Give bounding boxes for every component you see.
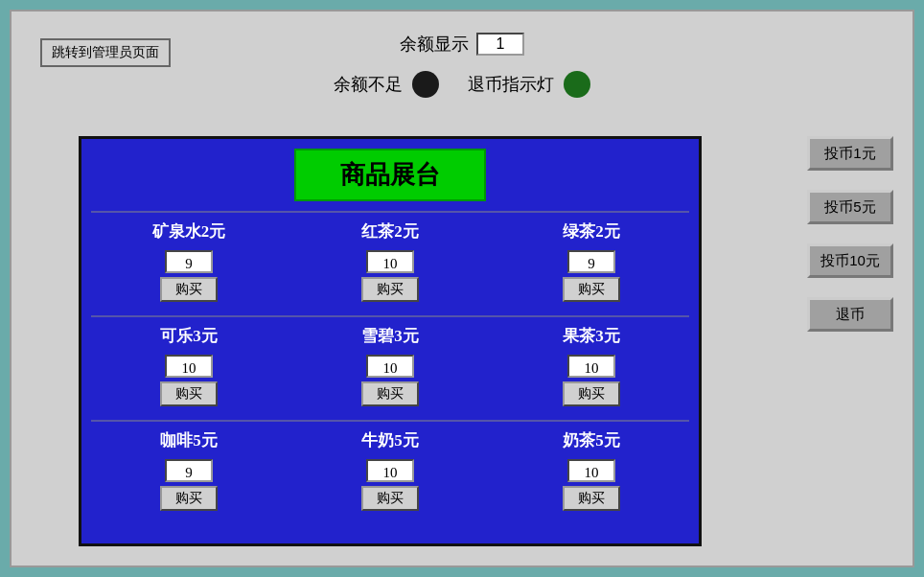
product-stock-2-2: 10 <box>567 459 615 482</box>
balance-label: 余额显示 <box>400 33 469 56</box>
coin-return-indicator: 退币指示灯 <box>468 71 590 98</box>
coin5-button[interactable]: 投币5元 <box>807 190 893 224</box>
product-name-0-1: 红茶2元 <box>361 220 419 242</box>
product-name-1-2: 果茶3元 <box>563 325 620 347</box>
product-cell-0-2: 绿茶2元9购买 <box>494 220 689 310</box>
buy-button-2-1[interactable]: 购买 <box>361 486 419 511</box>
product-stock-1-1: 10 <box>366 355 414 378</box>
buy-button-0-0[interactable]: 购买 <box>160 277 218 302</box>
product-row-0: 矿泉水2元9购买红茶2元10购买绿茶2元9购买 <box>91 211 689 310</box>
coin-return-label: 退币指示灯 <box>468 73 554 96</box>
product-row-2: 咖啡5元9购买牛奶5元10购买奶茶5元10购买 <box>91 420 689 519</box>
product-cell-1-0: 可乐3元10购买 <box>91 325 287 414</box>
product-cell-0-0: 矿泉水2元9购买 <box>91 220 287 310</box>
buy-button-2-0[interactable]: 购买 <box>160 486 218 511</box>
buy-button-1-2[interactable]: 购买 <box>563 381 620 406</box>
product-cell-2-2: 奶茶5元10购买 <box>494 429 689 519</box>
outer-frame: 跳转到管理员页面 余额显示 余额不足 退币指示灯 商品展台 矿泉水2元9购买红茶… <box>10 10 914 567</box>
right-buttons: 投币1元 投币5元 投币10元 退币 <box>807 136 893 332</box>
main-panel: 商品展台 矿泉水2元9购买红茶2元10购买绿茶2元9购买可乐3元10购买雪碧3元… <box>79 136 702 546</box>
insufficient-indicator: 余额不足 <box>334 71 439 98</box>
balance-row: 余额显示 <box>400 33 524 56</box>
product-stock-0-1: 10 <box>366 250 414 273</box>
product-cell-0-1: 红茶2元10购买 <box>292 220 488 310</box>
product-cell-2-1: 牛奶5元10购买 <box>292 429 488 519</box>
coin10-button[interactable]: 投币10元 <box>807 243 893 278</box>
indicator-row: 余额不足 退币指示灯 <box>334 71 590 98</box>
product-stock-1-2: 10 <box>567 355 615 378</box>
product-name-2-2: 奶茶5元 <box>563 429 620 451</box>
refund-button[interactable]: 退币 <box>807 297 893 332</box>
product-name-0-0: 矿泉水2元 <box>152 220 226 242</box>
buy-button-0-1[interactable]: 购买 <box>361 277 419 302</box>
product-stock-0-2: 9 <box>567 250 615 273</box>
product-cell-2-0: 咖啡5元9购买 <box>91 429 287 519</box>
product-stock-2-1: 10 <box>366 459 414 482</box>
product-name-2-1: 牛奶5元 <box>361 429 419 451</box>
buy-button-0-2[interactable]: 购买 <box>563 277 620 302</box>
insufficient-label: 余额不足 <box>334 73 403 96</box>
top-bar: 跳转到管理员页面 余额显示 余额不足 退币指示灯 <box>21 21 903 136</box>
product-name-0-2: 绿茶2元 <box>563 220 620 242</box>
buy-button-1-0[interactable]: 购买 <box>160 381 218 406</box>
product-stock-2-0: 9 <box>165 459 213 482</box>
panel-title: 商品展台 <box>294 149 486 201</box>
buy-button-1-1[interactable]: 购买 <box>361 381 419 406</box>
product-stock-1-0: 10 <box>165 355 213 378</box>
product-name-1-0: 可乐3元 <box>160 325 218 347</box>
buy-button-2-2[interactable]: 购买 <box>563 486 620 511</box>
insufficient-dot <box>412 71 439 98</box>
product-row-1: 可乐3元10购买雪碧3元10购买果茶3元10购买 <box>91 315 689 414</box>
product-stock-0-0: 9 <box>165 250 213 273</box>
product-name-1-1: 雪碧3元 <box>361 325 419 347</box>
coin1-button[interactable]: 投币1元 <box>807 136 893 171</box>
product-name-2-0: 咖啡5元 <box>160 429 218 451</box>
product-grid: 矿泉水2元9购买红茶2元10购买绿茶2元9购买可乐3元10购买雪碧3元10购买果… <box>91 211 689 519</box>
admin-button[interactable]: 跳转到管理员页面 <box>40 38 171 67</box>
coin-return-dot <box>564 71 590 98</box>
balance-input[interactable] <box>476 33 524 56</box>
product-cell-1-2: 果茶3元10购买 <box>494 325 689 414</box>
product-cell-1-1: 雪碧3元10购买 <box>292 325 488 414</box>
